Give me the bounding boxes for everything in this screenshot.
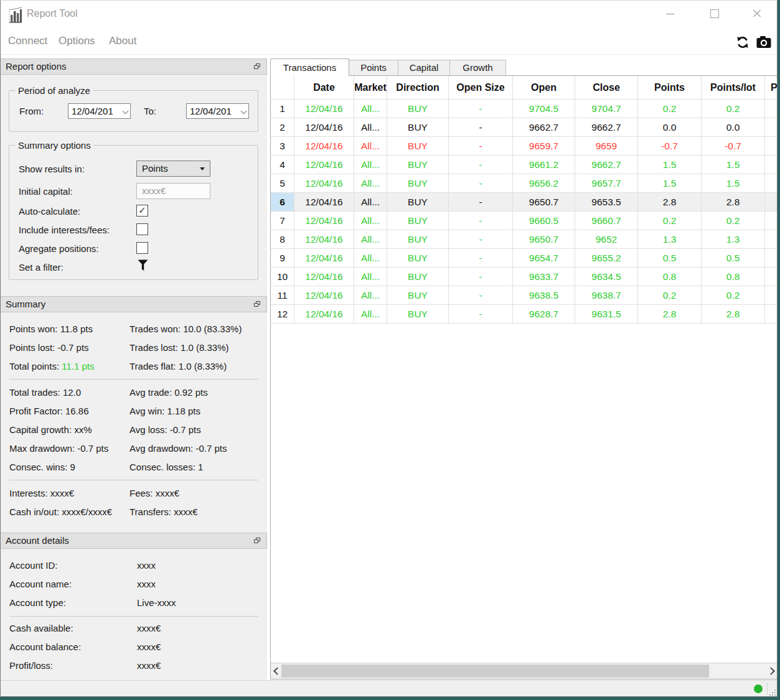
float-panel-icon[interactable] <box>254 63 261 70</box>
set-filter-label: Set a filter: <box>19 261 63 274</box>
show-results-label: Show results in: <box>19 163 85 175</box>
connection-status-indicator <box>754 684 763 693</box>
column-header-profit[interactable]: Profit <box>765 76 778 100</box>
transaction-row[interactable]: 812/04/16All...BUY-9650.796521.31.3 <box>271 230 777 249</box>
transaction-row[interactable]: 1212/04/16All...BUY-9628.79631.52.82.8 <box>271 305 777 324</box>
transaction-row[interactable]: 112/04/16All...BUY-9704.59704.70.20.2 <box>271 100 777 118</box>
tab-growth[interactable]: Growth <box>450 60 506 76</box>
refresh-icon <box>736 35 749 49</box>
transaction-row[interactable]: 412/04/16All...BUY-9661.29662.71.51.5 <box>271 156 777 174</box>
transaction-row[interactable]: 1012/04/16All...BUY-9633.79634.50.80.8 <box>271 268 777 286</box>
statusbar-separator <box>767 683 768 694</box>
resize-grip-icon[interactable] <box>769 689 776 696</box>
panel-header-report-options: Report options <box>1 58 267 75</box>
column-header-rownum[interactable] <box>271 76 294 100</box>
divider <box>9 480 258 480</box>
app-icon <box>8 6 23 24</box>
summary-stat-row: Capital growth: xx%Avg loss: -0.7 pts <box>1 424 267 437</box>
summary-stat-row: Consec. wins: 9Consec. losses: 1 <box>1 462 267 474</box>
summary-stat-row: Cash in/out: xxxx€/xxxx€Transfers: xxxx€ <box>1 506 267 519</box>
to-date-select[interactable]: 12/04/201 <box>186 103 249 119</box>
show-results-select[interactable]: Points <box>136 161 210 177</box>
include-fees-checkbox[interactable] <box>136 223 148 235</box>
filter-icon[interactable] <box>138 259 148 271</box>
account-detail-row: Account ID:xxxx <box>1 560 267 572</box>
horizontal-scrollbar[interactable] <box>271 663 777 679</box>
scroll-left-button[interactable] <box>271 663 281 679</box>
transaction-row[interactable]: 612/04/16All...BUY-9650.79653.52.82.8 <box>271 193 777 212</box>
transaction-row[interactable]: 312/04/16All...BUY-9659.79659-0.7-0.7 <box>271 137 777 156</box>
column-header-open-size[interactable]: Open Size <box>449 76 513 100</box>
close-icon <box>753 9 761 18</box>
scrollbar-thumb[interactable] <box>281 665 709 678</box>
summary-stat-row: Profit Factor: 16.86Avg win: 1.18 pts <box>1 406 267 418</box>
column-header-points-lot[interactable]: Points/lot <box>702 76 765 100</box>
checkmark-icon: ✓ <box>138 205 146 215</box>
transaction-row[interactable]: 212/04/16All...BUY-9662.79662.70.00.0 <box>271 118 777 137</box>
summary-stat-row: Total trades: 12.0Avg trade: 0.92 pts <box>1 387 267 399</box>
tabbar: Transactions Points Capital Growth <box>270 58 506 76</box>
float-panel-icon[interactable] <box>254 301 261 307</box>
close-button[interactable] <box>743 4 771 23</box>
divider <box>9 379 258 380</box>
column-header-date[interactable]: Date <box>294 76 354 100</box>
transaction-row[interactable]: 712/04/16All...BUY-9660.59660.70.20.2 <box>271 212 777 230</box>
menu-options[interactable]: Options <box>57 32 96 50</box>
titlebar: Report Tool <box>1 1 777 29</box>
chevron-down-icon <box>242 109 247 114</box>
transaction-row[interactable]: 512/04/16All...BUY-9656.29657.71.51.5 <box>271 174 777 193</box>
menu-about[interactable]: About <box>108 32 138 50</box>
column-header-market[interactable]: Market <box>354 76 387 100</box>
column-header-open[interactable]: Open <box>513 76 575 100</box>
summary-options-label: Summary options <box>16 140 93 151</box>
column-header-close[interactable]: Close <box>575 76 638 100</box>
initial-capital-label: Initial capital: <box>19 185 73 198</box>
account-detail-row: Cash available:xxxx€ <box>1 623 267 635</box>
minimize-button[interactable] <box>655 4 684 23</box>
summary-stat-row: Points lost: -0.7 ptsTrades lost: 1.0 (8… <box>1 342 267 355</box>
column-header-points[interactable]: Points <box>638 76 702 100</box>
summary-stat-row: Interests: xxxx€Fees: xxxx€ <box>1 488 267 500</box>
auto-calculate-checkbox[interactable]: ✓ <box>136 205 148 217</box>
panel-title: Summary <box>6 299 45 309</box>
panel-title: Account details <box>6 535 69 546</box>
transaction-row[interactable]: 912/04/16All...BUY-9654.79655.20.50.5 <box>271 249 777 268</box>
aggregate-positions-checkbox[interactable] <box>136 242 148 254</box>
summary-stat-row: Total points: 11.1 ptsTrades flat: 1.0 (… <box>1 361 267 373</box>
chevron-down-icon <box>123 109 128 114</box>
auto-calculate-label: Auto-calculate: <box>19 205 80 218</box>
divider <box>9 616 258 617</box>
dropdown-arrow-icon <box>200 167 205 170</box>
summary-stat-row: Max drawdown: -0.7 ptsAvg drawdown: -0.7… <box>1 443 267 455</box>
maximize-icon <box>710 9 719 18</box>
window-title: Report Tool <box>27 8 78 19</box>
menu-connect[interactable]: Connect <box>7 32 49 50</box>
maximize-button[interactable] <box>700 4 729 23</box>
minimize-icon <box>666 14 674 14</box>
app-window: Report Tool Connect Options About <box>0 0 778 697</box>
scroll-right-button[interactable] <box>766 663 777 679</box>
float-panel-icon[interactable] <box>254 538 261 544</box>
tab-transactions[interactable]: Transactions <box>270 58 349 76</box>
panel-header-summary: Summary <box>1 296 267 312</box>
summary-stat-row: Points won: 11.8 ptsTrades won: 10.0 (83… <box>1 324 267 336</box>
transaction-row[interactable]: 1112/04/16All...BUY-9638.59638.70.20.2 <box>271 286 777 305</box>
to-label: To: <box>144 105 156 118</box>
tab-capital[interactable]: Capital <box>398 60 450 76</box>
table-header-row: DateMarketDirectionOpen SizeOpenClosePoi… <box>271 76 777 100</box>
account-detail-row: Account name:xxxx <box>1 579 267 591</box>
account-detail-row: Profit/loss:xxxx€ <box>1 660 267 673</box>
column-header-direction[interactable]: Direction <box>387 76 449 100</box>
tab-points[interactable]: Points <box>349 60 398 76</box>
statusbar <box>1 680 777 697</box>
panel-header-account-details: Account details <box>1 533 267 549</box>
period-group-label: Period of analyze <box>16 85 93 96</box>
chevron-right-icon <box>767 667 775 675</box>
initial-capital-input[interactable]: xxxx€ <box>136 183 210 199</box>
screenshot-button[interactable] <box>756 34 772 50</box>
tab-content: DateMarketDirectionOpen SizeOpenClosePoi… <box>270 75 777 679</box>
menubar: Connect Options About <box>1 29 777 55</box>
refresh-button[interactable] <box>735 34 751 50</box>
transactions-table: DateMarketDirectionOpen SizeOpenClosePoi… <box>271 76 777 663</box>
from-date-select[interactable]: 12/04/201 <box>68 103 131 119</box>
